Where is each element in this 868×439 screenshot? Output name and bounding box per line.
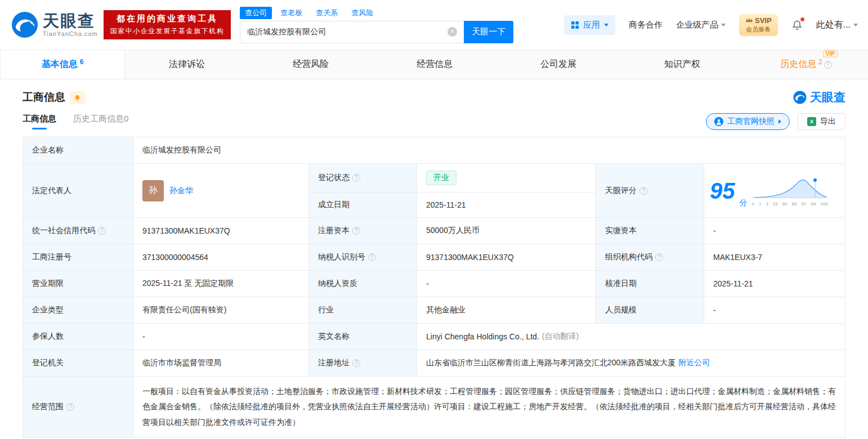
credit-code-label: 统一社会信用代码 ? <box>23 218 133 244</box>
search-type-tabs: 查公司 查老板 查关系 查风险 <box>240 7 513 19</box>
reg-authority-value: 临沂市市场监督管理局 <box>133 350 309 376</box>
watermark-logo: 天眼查 <box>793 89 845 105</box>
tab-history-info[interactable]: 历史信息 2 ? VIP <box>744 50 868 79</box>
export-label: 导出 <box>820 117 836 127</box>
tab-company-development[interactable]: 公司发展 <box>496 50 620 79</box>
grid-icon <box>571 21 579 29</box>
nearby-companies-link[interactable]: 附近公司 <box>678 358 710 368</box>
watermark-text: 天眼查 <box>810 89 845 105</box>
address-text: 山东省临沂市兰山区柳青街道上海路与孝河路交汇北200米路西城发大厦 <box>426 358 675 368</box>
chart-tick: 3 <box>766 201 768 207</box>
score-unit: 分 <box>740 198 748 208</box>
help-icon[interactable]: ? <box>352 174 360 182</box>
paid-capital-value: - <box>704 218 845 244</box>
chevron-down-icon <box>853 24 858 26</box>
business-scope-value: 一般项目：以自有资金从事投资活动；土地整治服务；市政设施管理；新材料技术研发；工… <box>133 377 845 437</box>
insured-value: - <box>133 324 309 350</box>
person-icon <box>714 117 723 126</box>
legal-rep-link[interactable]: 孙金华 <box>169 186 193 196</box>
table-row: 成立日期 2025-11-21 <box>309 192 596 217</box>
english-name-label: 英文名称 <box>309 324 417 350</box>
approval-date-label: 核准日期 <box>596 271 704 297</box>
business-scope-label: 经营范围 ? <box>23 377 133 437</box>
subtabs-row: 工商信息 历史工商信息0 工商官网快照 X 导出 <box>0 111 868 137</box>
auto-translate-note: (自动翻译) <box>542 332 579 342</box>
tab-basic-info[interactable]: 基本信息 6 <box>0 50 125 79</box>
reg-capital-value: 50000万人民币 <box>417 218 596 244</box>
search-input-wrap: × <box>240 21 464 43</box>
official-snapshot-button[interactable]: 工商官网快照 <box>706 113 790 130</box>
table-row: 登记机关 临沂市市场监督管理局 注册地址 ? 山东省临沂市兰山区柳青街道上海路与… <box>23 350 845 377</box>
reg-capital-label-text: 注册资本 <box>318 226 350 236</box>
search-tab-company[interactable]: 查公司 <box>240 7 272 19</box>
tab-operating-info[interactable]: 经营信息 <box>373 50 496 79</box>
tab-intellectual-property[interactable]: 知识产权 <box>620 50 744 79</box>
tab-operating-risk[interactable]: 经营风险 <box>249 50 373 79</box>
chart-tick: 1 <box>759 201 761 207</box>
excel-icon: X <box>807 117 816 126</box>
help-icon[interactable]: ? <box>98 227 106 235</box>
search-button[interactable]: 天眼一下 <box>464 21 513 43</box>
chart-tick: 99 <box>811 201 816 207</box>
export-button[interactable]: X 导出 <box>798 113 845 130</box>
svip-sublabel: 会员服务 <box>745 25 772 34</box>
table-row: 企业名称 临沂城发控股有限公司 <box>23 137 845 164</box>
status-badge: 开业 <box>426 171 457 185</box>
crown-icon <box>745 17 753 23</box>
score-label-text: 天眼评分 <box>605 186 637 196</box>
notification-dot <box>800 17 804 21</box>
tab-count: 2 <box>818 58 822 66</box>
clear-search-icon[interactable]: × <box>448 27 457 37</box>
chevron-right-icon <box>778 119 781 124</box>
business-scope-label-text: 经营范围 <box>32 402 64 412</box>
company-type-label: 企业类型 <box>23 297 133 323</box>
help-icon[interactable]: ? <box>368 253 376 261</box>
vip-badge: VIP <box>823 50 838 57</box>
company-name-label: 企业名称 <box>23 137 133 163</box>
help-icon[interactable]: ? <box>655 253 663 261</box>
monitor-bell-badge[interactable] <box>70 91 85 104</box>
english-name-value: Linyi Chengfa Holdings Co., Ltd. (自动翻译) <box>417 324 845 350</box>
help-icon[interactable]: ? <box>639 187 647 195</box>
svip-badge[interactable]: SVIP 会员服务 <box>739 14 778 36</box>
score-value: 95 分 0 1 3 15 50 85 97 99 <box>704 164 845 217</box>
tianyancha-logo-icon <box>11 11 38 38</box>
tab-label: 法律诉讼 <box>169 59 205 70</box>
nav-enterprise-label: 企业级产品 <box>676 20 718 30</box>
promo-line-2: 国家中小企业发展子基金旗下机构 <box>110 26 225 36</box>
subtab-business-info[interactable]: 工商信息 <box>23 114 56 129</box>
chart-tick: 100 <box>820 201 827 207</box>
business-scope-text: 一般项目：以自有资金从事投资活动；土地整治服务；市政设施管理；新材料技术研发；工… <box>142 384 836 430</box>
help-icon[interactable]: ? <box>66 403 74 411</box>
help-icon[interactable]: ? <box>824 61 832 69</box>
search-tab-risk[interactable]: 查风险 <box>346 7 378 19</box>
subtab-history-business-info[interactable]: 历史工商信息0 <box>73 114 128 129</box>
nav-cooperation[interactable]: 商务合作 <box>629 20 663 30</box>
apps-menu[interactable]: 应用 <box>564 15 615 35</box>
nav-enterprise[interactable]: 企业级产品 <box>676 20 726 30</box>
help-icon[interactable]: ? <box>352 359 360 367</box>
user-menu[interactable]: 此处有... <box>816 19 858 31</box>
reg-status-label: 登记状态 ? <box>309 164 417 192</box>
reg-authority-label: 登记机关 <box>23 350 133 376</box>
search-tab-relation[interactable]: 查关系 <box>311 7 343 19</box>
table-row: 参保人数 - 英文名称 Linyi Chengfa Holdings Co., … <box>23 324 845 350</box>
brand-domain: TianYanCha.com <box>43 30 98 38</box>
tianyancha-logo[interactable]: 天眼查 TianYanCha.com <box>11 11 98 38</box>
apps-label: 应用 <box>583 20 600 30</box>
approval-date-value: 2025-11-21 <box>704 271 845 297</box>
search-tab-boss[interactable]: 查老板 <box>275 7 307 19</box>
business-term-label: 营业期限 <box>23 271 133 297</box>
reg-status-value: 开业 <box>417 164 596 192</box>
help-icon[interactable]: ? <box>352 227 360 235</box>
tab-label: 公司发展 <box>540 59 576 70</box>
notifications-bell[interactable] <box>791 19 803 30</box>
search-input[interactable] <box>240 28 448 37</box>
section-header: 工商信息 天眼查 <box>0 79 868 111</box>
tab-legal-proceedings[interactable]: 法律诉讼 <box>125 50 249 79</box>
tianyancha-logo-icon <box>793 91 807 104</box>
status-date-column: 登记状态 ? 开业 成立日期 2025-11-21 <box>309 164 596 217</box>
score-number: 95 <box>710 180 735 202</box>
chevron-down-icon <box>721 24 726 26</box>
top-bar: 天眼查 TianYanCha.com 都在用的商业查询工具 国家中小企业发展子基… <box>0 0 868 50</box>
